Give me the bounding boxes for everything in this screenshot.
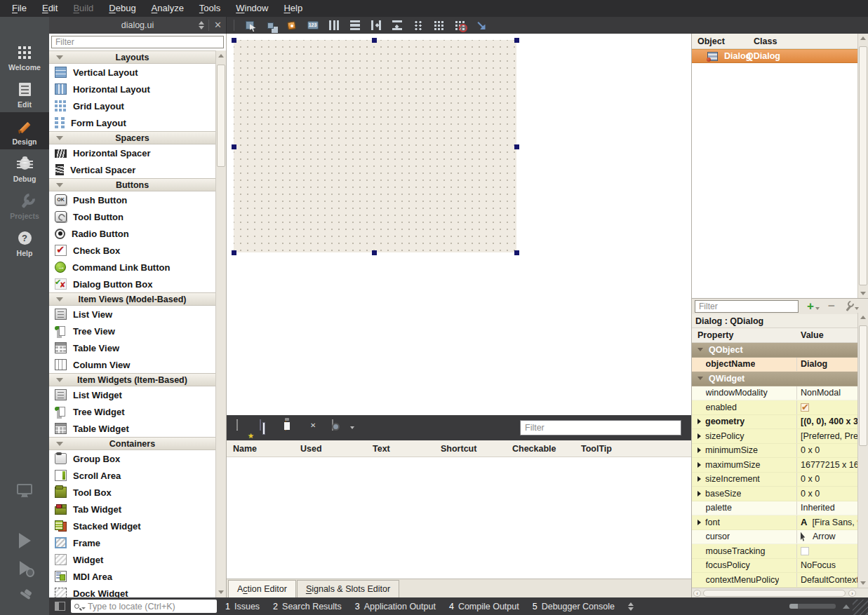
property-value[interactable]: 0 x 0 (797, 473, 857, 487)
widget-item-tool-box[interactable]: Tool Box (49, 484, 215, 501)
widget-item-tree-view[interactable]: Tree View (49, 323, 215, 339)
column-header-checkable[interactable]: Checkable (512, 440, 556, 457)
layout-vertically-button[interactable] (346, 18, 363, 33)
property-row-contextmenupolicy[interactable]: contextMenuPolicyDefaultContextMenu (692, 573, 857, 588)
widget-item-tool-button[interactable]: Tool Button (49, 208, 215, 225)
scroll-up-icon[interactable] (218, 54, 224, 58)
section-item-widgets-item-based[interactable]: Item Widgets (Item-Based) (49, 373, 215, 386)
menu-item-edit[interactable]: Edit (34, 0, 65, 17)
widget-item-list-widget[interactable]: List Widget (49, 386, 215, 403)
widget-item-form-layout[interactable]: Form Layout (49, 114, 215, 131)
paste-action-button[interactable] (283, 420, 298, 435)
expand-triangle-icon[interactable] (697, 491, 701, 496)
scroll-left-icon[interactable]: ‹ (693, 590, 701, 597)
scroll-down-icon[interactable] (860, 292, 866, 295)
tab-action-editor[interactable]: Action Editor (228, 580, 296, 597)
output-panes-menu-icon[interactable] (628, 602, 634, 611)
scrollbar-thumb[interactable] (217, 65, 225, 167)
scroll-down-icon[interactable] (860, 581, 866, 585)
section-buttons[interactable]: Buttons (49, 178, 215, 191)
menu-item-debug[interactable]: Debug (101, 0, 143, 17)
output-pane-compile-output[interactable]: 4Compile Output (449, 602, 519, 611)
property-row-sizeincrement[interactable]: sizeIncrement0 x 0 (692, 473, 857, 487)
layout-vertically-in-splitter-button[interactable] (388, 18, 406, 33)
widget-item-stacked-widget[interactable]: Stacked Widget (49, 518, 215, 534)
selection-handle[interactable] (372, 250, 377, 255)
property-filter-input[interactable] (695, 300, 799, 313)
widget-item-widget[interactable]: Widget (49, 551, 215, 568)
section-layouts[interactable]: Layouts (49, 50, 215, 64)
close-document-icon[interactable]: ✕ (214, 19, 222, 31)
layout-horizontally-in-splitter-button[interactable] (367, 18, 385, 33)
property-value[interactable]: 16777215 x 16777215 (797, 458, 857, 472)
object-inspector-scrollbar[interactable] (857, 34, 868, 298)
layout-horizontally-button[interactable] (325, 18, 342, 33)
expand-triangle-icon[interactable] (697, 520, 701, 525)
selection-handle[interactable] (232, 144, 236, 149)
property-value[interactable]: NoFocus (797, 559, 857, 573)
property-scrollbar[interactable] (857, 313, 868, 588)
column-header-tooltip[interactable]: ToolTip (581, 440, 612, 457)
widget-item-table-widget[interactable]: Table Widget (49, 420, 215, 437)
widget-item-radio-button[interactable]: Radio Button (49, 225, 215, 242)
property-row-font[interactable]: fontA[Fira Sans, 9] (692, 515, 857, 530)
form-canvas[interactable] (234, 40, 516, 252)
property-value[interactable]: 0 x 0 (797, 444, 857, 458)
selection-handle[interactable] (372, 38, 377, 43)
property-value[interactable]: [(0, 0), 400 x 300] (797, 415, 857, 429)
scrollbar-thumb[interactable] (859, 46, 867, 285)
configure-action-view-button[interactable] (330, 420, 346, 435)
property-row-palette[interactable]: paletteInherited (692, 501, 857, 516)
layout-in-grid-button[interactable] (430, 18, 448, 33)
selection-handle[interactable] (514, 250, 519, 255)
scroll-up-icon[interactable] (860, 316, 866, 319)
widget-box-filter-input[interactable] (51, 36, 224, 48)
widget-item-tree-widget[interactable]: Tree Widget (49, 403, 215, 420)
section-spacers[interactable]: Spacers (49, 131, 215, 144)
widget-item-dialog-button-box[interactable]: Dialog Button Box (49, 276, 215, 292)
widget-item-frame[interactable]: Frame (49, 534, 215, 551)
scrollbar-thumb[interactable] (703, 590, 846, 597)
action-table-body[interactable] (227, 457, 691, 579)
configure-property-editor-button[interactable] (843, 302, 859, 311)
property-value[interactable]: Inherited (797, 501, 857, 515)
edit-widgets-button[interactable] (241, 18, 258, 33)
property-value[interactable]: Dialog (797, 358, 857, 372)
break-layout-button[interactable] (451, 18, 469, 33)
property-row-minimumsize[interactable]: minimumSize0 x 0 (692, 444, 857, 459)
menu-item-window[interactable]: Window (228, 0, 276, 17)
tab-signals-slots-editor[interactable]: Signals & Slots Editor (297, 580, 399, 597)
menu-item-analyze[interactable]: Analyze (144, 0, 192, 17)
widget-item-vertical-spacer[interactable]: Vertical Spacer (49, 161, 215, 178)
property-row-enabled[interactable]: enabled (692, 400, 857, 415)
scrollbar-thumb[interactable] (859, 325, 867, 446)
property-row-sizepolicy[interactable]: sizePolicy[Preferred, Preferred, 0, 0] (692, 429, 857, 444)
scroll-right-icon[interactable]: › (848, 590, 856, 597)
widget-item-horizontal-spacer[interactable]: Horizontal Spacer (49, 144, 215, 161)
widget-item-group-box[interactable]: Group Box (49, 450, 215, 467)
widget-item-check-box[interactable]: Check Box (49, 242, 215, 259)
delete-action-button[interactable] (307, 420, 322, 435)
open-output-pane-icon[interactable] (843, 604, 850, 609)
resize-grip[interactable] (853, 600, 868, 615)
widget-item-horizontal-layout[interactable]: Horizontal Layout (49, 81, 215, 97)
selection-handle[interactable] (514, 38, 519, 43)
layout-in-form-button[interactable] (409, 18, 427, 33)
output-pane-issues[interactable]: 1Issues (225, 602, 260, 611)
widget-item-column-view[interactable]: Column View (49, 356, 215, 373)
property-row-basesize[interactable]: baseSize0 x 0 (692, 487, 857, 501)
output-pane-application-output[interactable]: 3Application Output (355, 602, 436, 611)
output-pane-search-results[interactable]: 2Search Results (273, 602, 342, 611)
mode-item-welcome[interactable]: Welcome (0, 38, 49, 75)
widget-item-dock-widget[interactable]: Dock Widget (49, 585, 215, 597)
expand-triangle-icon[interactable] (697, 433, 701, 439)
mode-item-debug[interactable]: Debug (0, 149, 49, 187)
widget-item-tab-widget[interactable]: Tab Widget (49, 501, 215, 518)
section-item-views-model-based[interactable]: Item Views (Model-Based) (49, 292, 215, 306)
scroll-up-icon[interactable] (860, 36, 866, 40)
edit-buddies-button[interactable] (283, 18, 300, 33)
output-pane-debugger-console[interactable]: 5Debugger Console (533, 602, 615, 611)
section-containers[interactable]: Containers (49, 437, 215, 450)
property-value[interactable] (797, 400, 857, 414)
column-header-used[interactable]: Used (300, 440, 322, 457)
